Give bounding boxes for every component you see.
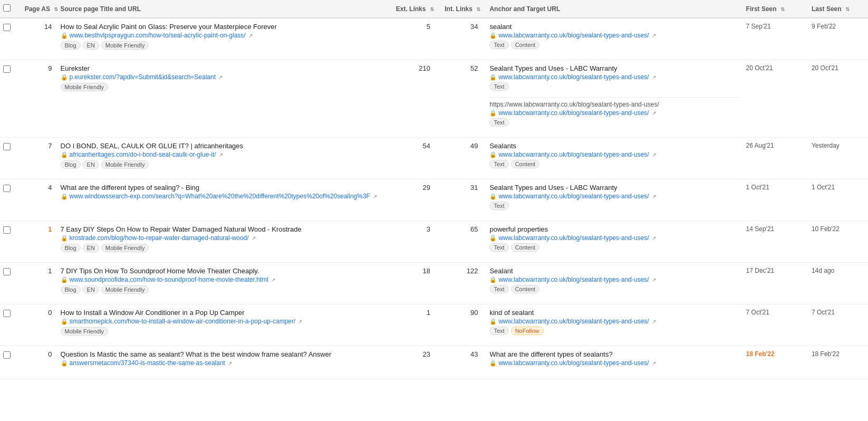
page-as-cell: 9 bbox=[22, 60, 57, 138]
int-links-cell: 90 bbox=[439, 304, 486, 346]
source-cell: Question Is Mastic the same as sealant? … bbox=[57, 346, 391, 379]
source-tag: EN bbox=[83, 244, 99, 252]
source-tag: EN bbox=[83, 41, 99, 50]
first-seen-label: First Seen bbox=[746, 5, 777, 13]
source-url[interactable]: 🔒krostrade.com/blog/how-to-repair-water-… bbox=[61, 234, 388, 242]
anchor-block: Sealant Types and Uses - LABC Warranty🔒w… bbox=[489, 64, 739, 94]
lock-icon: 🔒 bbox=[489, 193, 497, 200]
row-checkbox[interactable] bbox=[3, 65, 11, 73]
row-checkbox[interactable] bbox=[3, 268, 11, 275]
ext-links-cell: 23 bbox=[391, 346, 439, 379]
anchor-target-url[interactable]: 🔒www.labcwarranty.co.uk/blog/sealant-typ… bbox=[489, 109, 739, 117]
external-link-icon: ↗ bbox=[271, 277, 275, 283]
anchor-target-url[interactable]: 🔒www.labcwarranty.co.uk/blog/sealant-typ… bbox=[489, 359, 739, 367]
int-links-cell: 52 bbox=[439, 60, 486, 138]
anchor-tag: Text bbox=[489, 327, 508, 335]
anchor-url-text: www.labcwarranty.co.uk/blog/sealant-type… bbox=[498, 151, 649, 158]
source-url[interactable]: 🔒www.soundproofidea.com/how-to-soundproo… bbox=[61, 276, 388, 283]
external-link-icon: ↗ bbox=[219, 152, 223, 158]
source-url[interactable]: 🔒africanheritages.com/do-i-bond-seal-cau… bbox=[61, 151, 388, 158]
source-tags: BlogENMobile Friendly bbox=[61, 244, 388, 252]
external-link-icon: ↗ bbox=[652, 33, 656, 39]
row-checkbox[interactable] bbox=[3, 185, 11, 192]
ext-links-cell: 5 bbox=[391, 18, 439, 60]
select-all-header[interactable] bbox=[0, 0, 22, 18]
source-tag: Blog bbox=[61, 244, 81, 252]
anchor-cell: Sealants🔒www.labcwarranty.co.uk/blog/sea… bbox=[486, 138, 742, 179]
source-url[interactable]: 🔒p.eurekster.com/?apdiv=Submit&id&search… bbox=[61, 73, 388, 81]
anchor-url-text: www.labcwarranty.co.uk/blog/sealant-type… bbox=[498, 318, 649, 325]
anchor-header: Anchor and Target URL bbox=[486, 0, 742, 18]
first-seen-cell: 18 Feb'22 bbox=[743, 346, 808, 379]
anchor-url-text: www.labcwarranty.co.uk/blog/sealant-type… bbox=[498, 109, 649, 117]
anchor-tag: Text bbox=[489, 160, 508, 168]
source-tags: BlogENMobile Friendly bbox=[61, 41, 388, 50]
ext-links-cell: 210 bbox=[391, 60, 439, 138]
table-row: 4What are the different types of sealing… bbox=[0, 179, 868, 221]
lock-icon: 🔒 bbox=[61, 74, 68, 81]
anchor-tag: Text bbox=[489, 243, 508, 252]
anchor-target-url[interactable]: 🔒www.labcwarranty.co.uk/blog/sealant-typ… bbox=[489, 276, 739, 283]
page-title: How to Install a Window Air Conditioner … bbox=[61, 309, 388, 317]
external-link-icon: ↗ bbox=[652, 110, 656, 116]
external-link-icon: ↗ bbox=[652, 319, 656, 324]
external-link-icon: ↗ bbox=[652, 277, 656, 283]
source-cell: What are the different types of sealing?… bbox=[57, 179, 391, 221]
source-url[interactable]: 🔒www.windowssearch-exp.com/search?q=What… bbox=[61, 193, 388, 200]
anchor-block: Sealant🔒www.labcwarranty.co.uk/blog/seal… bbox=[489, 267, 739, 296]
source-tag: EN bbox=[83, 160, 99, 169]
ext-links-cell: 18 bbox=[391, 263, 439, 304]
source-tag: Mobile Friendly bbox=[61, 327, 109, 336]
page-as-sort-icon: ⇅ bbox=[54, 6, 58, 12]
lock-icon: 🔒 bbox=[489, 32, 497, 39]
anchor-cell: Sealant Types and Uses - LABC Warranty🔒w… bbox=[486, 179, 742, 221]
anchor-target-url[interactable]: 🔒www.labcwarranty.co.uk/blog/sealant-typ… bbox=[489, 151, 739, 158]
row-checkbox[interactable] bbox=[3, 143, 11, 150]
anchor-target-url[interactable]: 🔒www.labcwarranty.co.uk/blog/sealant-typ… bbox=[489, 73, 739, 81]
row-checkbox[interactable] bbox=[3, 24, 11, 31]
last-seen-cell: 9 Feb'22 bbox=[808, 18, 868, 60]
page-as-cell: 4 bbox=[22, 179, 57, 221]
page-title: 7 Easy DIY Steps On How to Repair Water … bbox=[61, 225, 388, 233]
last-seen-header[interactable]: Last Seen ⇅ bbox=[808, 0, 868, 18]
lock-icon: 🔒 bbox=[61, 32, 68, 39]
first-seen-header[interactable]: First Seen ⇅ bbox=[743, 0, 808, 18]
anchor-target-url[interactable]: 🔒www.labcwarranty.co.uk/blog/sealant-typ… bbox=[489, 318, 739, 325]
source-tag: Mobile Friendly bbox=[61, 83, 109, 91]
source-url[interactable]: 🔒www.besthvlpspraygun.com/how-to/seal-ac… bbox=[61, 32, 388, 39]
row-checkbox[interactable] bbox=[3, 351, 11, 359]
ext-links-header[interactable]: Ext. Links ⇅ bbox=[391, 0, 439, 18]
table-row: 17 DIY Tips On How To Soundproof Home Mo… bbox=[0, 263, 868, 304]
source-url[interactable]: 🔒answersmetacom/37340-is-mastic-the-same… bbox=[61, 359, 388, 367]
last-seen-label: Last Seen bbox=[812, 5, 842, 13]
source-url[interactable]: 🔒smarthomepick.com/how-to-install-a-wind… bbox=[61, 318, 388, 325]
anchor-cell: Sealant Types and Uses - LABC Warranty🔒w… bbox=[486, 60, 742, 138]
int-links-header[interactable]: Int. Links ⇅ bbox=[439, 0, 486, 18]
ext-links-cell: 54 bbox=[391, 138, 439, 179]
page-as-header[interactable]: Page AS ⇅ bbox=[22, 0, 57, 18]
anchor-target-url[interactable]: 🔒www.labcwarranty.co.uk/blog/sealant-typ… bbox=[489, 193, 739, 200]
anchor-block: What are the different types of sealants… bbox=[489, 350, 739, 371]
page-as-cell: 7 bbox=[22, 138, 57, 179]
int-links-cell: 34 bbox=[439, 18, 486, 60]
external-link-icon: ↗ bbox=[248, 33, 253, 39]
page-as-cell: 1 bbox=[22, 263, 57, 304]
row-checkbox[interactable] bbox=[3, 310, 11, 317]
table-row: 0How to Install a Window Air Conditioner… bbox=[0, 304, 868, 346]
select-all-checkbox[interactable] bbox=[3, 4, 11, 12]
lock-icon: 🔒 bbox=[489, 151, 497, 158]
anchor-tag: Text bbox=[489, 202, 508, 210]
anchor-tag: Text bbox=[489, 82, 508, 91]
source-tag: Mobile Friendly bbox=[101, 285, 149, 294]
anchor-tags: Text bbox=[489, 82, 739, 91]
page-title: 7 DIY Tips On How To Soundproof Home Mov… bbox=[61, 267, 388, 275]
source-cell: DO I BOND, SEAL, CAULK OR GLUE IT? | afr… bbox=[57, 138, 391, 179]
last-seen-sort-icon: ⇅ bbox=[845, 6, 850, 12]
anchor-url-text: www.labcwarranty.co.uk/blog/sealant-type… bbox=[498, 32, 649, 39]
last-seen-cell: 18 Feb'22 bbox=[808, 346, 868, 379]
anchor-tags: TextContent bbox=[489, 160, 739, 168]
row-checkbox[interactable] bbox=[3, 226, 11, 234]
anchor-tag: Text bbox=[489, 41, 508, 49]
anchor-target-url[interactable]: 🔒www.labcwarranty.co.uk/blog/sealant-typ… bbox=[489, 234, 739, 242]
anchor-target-url[interactable]: 🔒www.labcwarranty.co.uk/blog/sealant-typ… bbox=[489, 32, 739, 39]
